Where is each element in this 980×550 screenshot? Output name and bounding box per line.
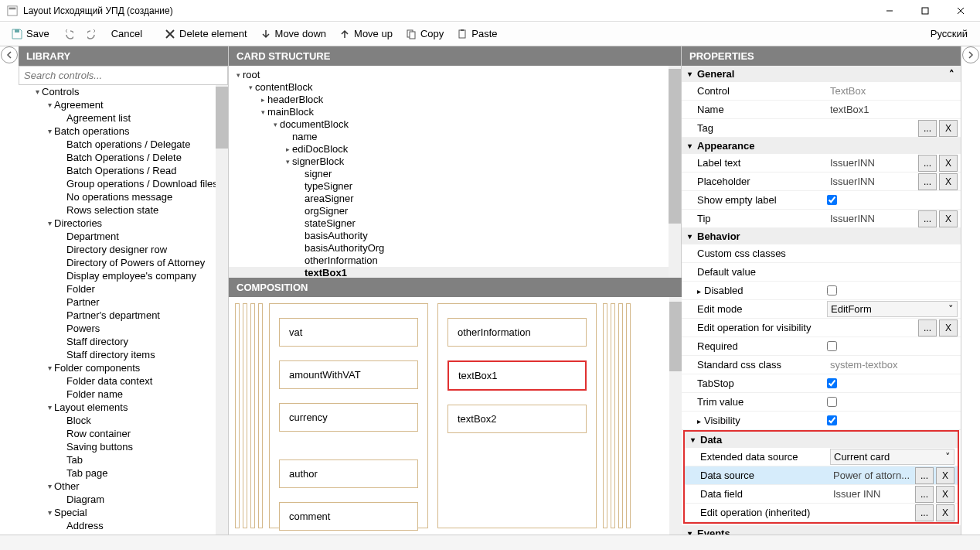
- comp-column[interactable]: otherInformation textBox1 textBox2: [437, 303, 597, 528]
- tree-leaf[interactable]: Group operations / Download files: [19, 177, 228, 190]
- comp-slot[interactable]: [250, 303, 255, 528]
- comp-slot[interactable]: [243, 303, 247, 528]
- trim-checkbox[interactable]: [827, 397, 837, 407]
- tree-leaf[interactable]: Folder: [19, 282, 228, 295]
- comp-item-currency[interactable]: currency: [279, 403, 418, 432]
- maximize-button[interactable]: [907, 0, 943, 22]
- library-scrollbar[interactable]: [216, 85, 228, 535]
- ellipsis-button[interactable]: ...: [915, 504, 934, 521]
- cs-node[interactable]: ▸ediDocBlock: [229, 143, 681, 155]
- paste-button[interactable]: Paste: [451, 26, 502, 43]
- comp-item-vat[interactable]: vat: [279, 318, 418, 347]
- ellipsis-button[interactable]: ...: [918, 319, 937, 336]
- extds-select[interactable]: Current card˅: [830, 449, 954, 465]
- undo-button[interactable]: [57, 26, 79, 43]
- copy-button[interactable]: Copy: [400, 26, 448, 43]
- tree-leaf[interactable]: Batch Operations / Read: [19, 164, 228, 177]
- scrollbar-thumb[interactable]: [669, 302, 682, 371]
- clear-button[interactable]: X: [939, 210, 958, 227]
- tree-leaf[interactable]: Folder name: [19, 388, 228, 401]
- search-input[interactable]: [19, 66, 228, 85]
- tree-leaf[interactable]: Staff directory items: [19, 348, 228, 361]
- ellipsis-button[interactable]: ...: [915, 467, 934, 484]
- tree-node-controls[interactable]: ▾Controls: [19, 85, 228, 98]
- cs-leaf[interactable]: otherInformation: [229, 255, 681, 267]
- tree-node-layout-elems[interactable]: ▾Layout elements: [19, 401, 228, 414]
- clear-button[interactable]: X: [936, 486, 954, 503]
- tree-node-directories[interactable]: ▾Directories: [19, 217, 228, 230]
- tree-leaf[interactable]: Partner's department: [19, 309, 228, 322]
- cs-leaf[interactable]: orgSigner: [229, 205, 681, 217]
- cs-leaf[interactable]: areaSigner: [229, 193, 681, 205]
- tree-leaf[interactable]: Row container: [19, 427, 228, 440]
- tree-leaf[interactable]: Saving buttons: [19, 440, 228, 453]
- cs-leaf[interactable]: basisAuthority: [229, 230, 681, 242]
- section-general[interactable]: ▾General˄: [682, 66, 961, 82]
- cs-node[interactable]: ▾signerBlock: [229, 155, 681, 168]
- tree-leaf[interactable]: Block: [19, 414, 228, 427]
- tree-leaf[interactable]: Department: [19, 230, 228, 243]
- comp-column[interactable]: vat amountWithVAT currency author commen…: [269, 303, 428, 528]
- cs-node[interactable]: ▾contentBlock: [229, 81, 681, 94]
- comp-slot[interactable]: [603, 303, 607, 528]
- card-structure-tree[interactable]: ▾root ▾contentBlock ▸headerBlock ▾mainBl…: [229, 66, 681, 278]
- clear-button[interactable]: X: [939, 155, 958, 172]
- section-data[interactable]: ▾Data: [685, 432, 958, 448]
- clear-button[interactable]: X: [936, 467, 954, 484]
- cs-leaf[interactable]: stateSigner: [229, 217, 681, 230]
- comp-slot[interactable]: [235, 303, 240, 528]
- tree-leaf[interactable]: No operations message: [19, 190, 228, 203]
- comp-item-textbox2[interactable]: textBox2: [447, 405, 587, 433]
- cs-leaf[interactable]: basisAuthorityOrg: [229, 242, 681, 255]
- tree-leaf[interactable]: Autoconsolidation: [19, 532, 228, 535]
- comp-item-amountwithvat[interactable]: amountWithVAT: [279, 360, 418, 389]
- cs-leaf[interactable]: name: [229, 131, 681, 143]
- tree-leaf[interactable]: Diagram: [19, 493, 228, 506]
- library-tree[interactable]: ▾Controls ▾Agreement Agreement list ▾Bat…: [19, 85, 228, 535]
- cs-leaf-selected[interactable]: textBox1: [229, 267, 681, 278]
- cs-leaf[interactable]: signer: [229, 168, 681, 180]
- tree-leaf[interactable]: Directory designer row: [19, 243, 228, 256]
- clear-button[interactable]: X: [936, 504, 954, 521]
- redo-button[interactable]: [82, 26, 104, 43]
- scrollbar-thumb[interactable]: [669, 69, 681, 224]
- tree-leaf[interactable]: Batch Operations / Delete: [19, 151, 228, 164]
- composition-canvas[interactable]: vat amountWithVAT currency author commen…: [229, 297, 682, 535]
- composition-scrollbar[interactable]: [669, 297, 682, 535]
- close-button[interactable]: [943, 0, 978, 22]
- move-down-button[interactable]: Move down: [255, 26, 331, 43]
- visibility-checkbox[interactable]: [827, 415, 837, 425]
- required-checkbox[interactable]: [827, 341, 837, 351]
- tree-leaf[interactable]: Folder data context: [19, 374, 228, 388]
- caret-right-icon[interactable]: ▸: [697, 417, 701, 425]
- save-button[interactable]: Save: [6, 26, 54, 43]
- tree-leaf[interactable]: Staff directory: [19, 335, 228, 348]
- comp-item-otherinformation[interactable]: otherInformation: [447, 318, 587, 347]
- move-up-button[interactable]: Move up: [334, 26, 397, 43]
- cancel-button[interactable]: Cancel: [107, 26, 147, 42]
- ellipsis-button[interactable]: ...: [915, 486, 934, 503]
- section-events[interactable]: ▾Events: [682, 525, 961, 535]
- delete-element-button[interactable]: Delete element: [159, 26, 251, 43]
- tree-leaf[interactable]: Tab: [19, 453, 228, 466]
- tree-leaf[interactable]: Directory of Powers of Attorney: [19, 256, 228, 269]
- comp-item-author[interactable]: author: [279, 459, 418, 488]
- tree-leaf[interactable]: Powers: [19, 322, 228, 335]
- comp-item-textbox1-selected[interactable]: textBox1: [447, 360, 587, 391]
- comp-item-comment[interactable]: comment: [279, 502, 418, 531]
- section-appearance[interactable]: ▾Appearance: [682, 138, 961, 154]
- minimize-button[interactable]: [872, 0, 907, 22]
- show-empty-checkbox[interactable]: [827, 195, 837, 205]
- tree-leaf[interactable]: Tab page: [19, 466, 228, 480]
- cs-node-root[interactable]: ▾root: [229, 69, 681, 81]
- clear-button[interactable]: X: [939, 120, 958, 137]
- tree-node-agreement[interactable]: ▾Agreement: [19, 98, 228, 111]
- clear-button[interactable]: X: [939, 319, 958, 336]
- disabled-checkbox[interactable]: [827, 285, 837, 295]
- tree-leaf[interactable]: Batch operations / Delegate: [19, 138, 228, 151]
- tree-leaf[interactable]: Rows selection state: [19, 203, 228, 217]
- ellipsis-button[interactable]: ...: [918, 173, 937, 190]
- clear-button[interactable]: X: [939, 173, 958, 190]
- tree-leaf[interactable]: Partner: [19, 295, 228, 309]
- tree-node-folder-comp[interactable]: ▾Folder components: [19, 361, 228, 374]
